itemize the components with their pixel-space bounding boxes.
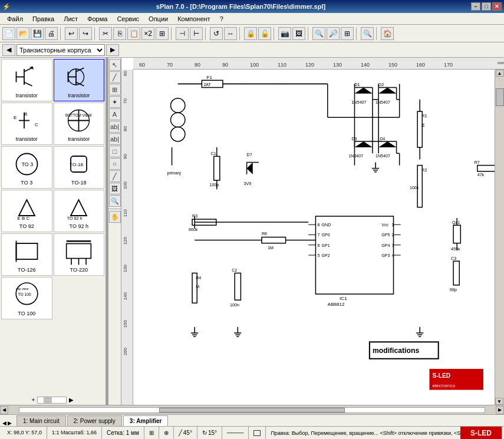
paste2-button[interactable]: ⊞ xyxy=(156,27,169,40)
ruler-top-mark-90: 90 xyxy=(222,62,228,68)
svg-text:TO 92 h: TO 92 h xyxy=(67,216,83,221)
align-left-button[interactable]: ⊣ xyxy=(176,27,189,40)
menu-item-компонент[interactable]: Компонент xyxy=(173,14,215,24)
text2-tool[interactable]: ab| xyxy=(109,133,121,145)
zoom-in-button[interactable]: 🔍 xyxy=(312,27,325,40)
component-item-to126[interactable]: TO-126TO-126 xyxy=(1,233,52,276)
minimize-button[interactable]: − xyxy=(471,2,480,11)
component-item-to18[interactable]: TO-18TO-18 xyxy=(54,146,105,189)
tab-amplifier[interactable]: 3: Amplifier xyxy=(123,415,169,426)
panel-nav-next[interactable]: ▶ xyxy=(69,397,74,404)
tab-nav-right[interactable]: ▶ xyxy=(8,420,12,426)
scrollbar-track[interactable] xyxy=(19,407,485,413)
close-button[interactable]: ✕ xyxy=(492,2,502,11)
scrollbar-thumb[interactable] xyxy=(159,408,345,412)
svg-text:68p: 68p xyxy=(450,288,457,292)
screenshot-button[interactable]: 📷 xyxy=(278,27,291,40)
text-tool[interactable]: ab| xyxy=(109,121,121,133)
component-category-dropdown[interactable]: Транзисторные корпуса Диоды Конденсаторы… xyxy=(17,44,105,56)
line-tool[interactable]: ╱ xyxy=(109,170,121,182)
tab-power-supply[interactable]: 2: Power supply xyxy=(67,415,122,426)
undo-button[interactable]: ↩ xyxy=(65,27,78,40)
menu-item-файл[interactable]: Файл xyxy=(2,14,28,24)
zoom-fit-button[interactable]: ⊞ xyxy=(341,27,354,40)
component-item-transistor1[interactable]: transistor xyxy=(1,59,52,101)
svg-text:electronics: electronics xyxy=(433,383,456,388)
comp-nav-left[interactable]: ◀ xyxy=(2,44,15,56)
component-item-transistor2[interactable]: transistor xyxy=(54,59,105,101)
component-item-transistor4[interactable]: BOTTOM VIEWtransistor xyxy=(54,103,105,145)
schematic-canvas[interactable]: F1 2AT D1 1N5407 D2 1N5 xyxy=(133,70,504,405)
tab-nav-left[interactable]: ◀ xyxy=(2,420,6,426)
zoom-tool[interactable]: 🔍 xyxy=(109,195,121,207)
scroll-up-button[interactable]: ▲ xyxy=(496,70,504,77)
find-button[interactable]: 🔍 xyxy=(361,27,374,40)
component-item-to220[interactable]: TO-220 xyxy=(54,233,105,276)
zoom-out-button[interactable]: 🔎 xyxy=(327,27,340,40)
select-tool[interactable]: ↖ xyxy=(109,59,121,71)
component-label-to100: TO 100 xyxy=(18,311,35,316)
paste-button[interactable]: 📋 xyxy=(127,27,140,40)
cut-button[interactable]: ✂ xyxy=(99,27,112,40)
tabs-bar: ◀ ▶ 1: Main circuit 2: Power supply 3: A… xyxy=(0,414,504,426)
copy-img-button[interactable]: 🖼 xyxy=(292,27,305,40)
svg-text:AB8812: AB8812 xyxy=(328,302,345,307)
svg-text:IC1: IC1 xyxy=(340,296,347,301)
component-label-to126: TO-126 xyxy=(18,267,35,273)
image-tool[interactable]: 🖼 xyxy=(109,183,121,194)
menu-item-сервис[interactable]: Сервис xyxy=(112,14,144,24)
component-icon-transistor3: EBC xyxy=(9,105,44,135)
svg-text:GND: GND xyxy=(322,223,331,227)
component-item-to92[interactable]: E B CTO 92 xyxy=(1,190,52,232)
label-tool[interactable]: A xyxy=(109,108,121,120)
open-button[interactable]: 📂 xyxy=(17,27,29,40)
menu-item-правка[interactable]: Правка xyxy=(28,14,59,24)
scroll-down-button[interactable]: ▼ xyxy=(495,398,503,405)
canvas-area[interactable]: мм 60708090100110120130140150160170 6070… xyxy=(121,58,504,405)
bus-tool[interactable]: ⊞ xyxy=(109,84,121,95)
rect-tool[interactable]: □ xyxy=(109,146,121,157)
scroll-thumb[interactable] xyxy=(496,88,504,106)
print-button[interactable]: 🖨 xyxy=(45,27,58,40)
redo-button[interactable]: ↪ xyxy=(79,27,92,40)
tab-main-circuit[interactable]: 1: Main circuit xyxy=(17,415,66,426)
duplicate-button[interactable]: ×2 xyxy=(141,27,154,40)
unlock-button[interactable]: 🔓 xyxy=(258,27,271,40)
menu-item-лист[interactable]: Лист xyxy=(59,14,83,24)
ruler-top-mark-70: 70 xyxy=(167,62,173,68)
component-item-to92h[interactable]: TO 92 hTO 92 h xyxy=(54,190,105,232)
vertical-scrollbar[interactable]: ▲ ▼ xyxy=(495,70,504,405)
circle-tool[interactable]: ○ xyxy=(109,158,121,170)
menu-item-?[interactable]: ? xyxy=(215,14,228,24)
component-icon-to126: TO-126 xyxy=(9,236,44,266)
component-item-transistor3[interactable]: EBCtransistor xyxy=(1,103,52,145)
rotate-button[interactable]: ↺ xyxy=(210,27,223,40)
panel-nav-prev[interactable]: + xyxy=(32,397,35,404)
scroll-left-button[interactable]: ◀ xyxy=(0,406,8,414)
save-button[interactable]: 💾 xyxy=(31,27,44,40)
menu-item-форма[interactable]: Форма xyxy=(83,14,112,24)
comp-nav-right[interactable]: ▶ xyxy=(106,44,119,56)
fill-section xyxy=(249,427,266,439)
ruler-left-mark-140: 140 xyxy=(123,292,128,300)
new-button[interactable]: 📄 xyxy=(2,27,15,40)
panel-scroll[interactable] xyxy=(37,397,67,404)
svg-text:8: 8 xyxy=(317,223,319,227)
wire-tool[interactable]: ╱ xyxy=(109,71,121,83)
lock-button[interactable]: 🔒 xyxy=(244,27,257,40)
home-button[interactable]: 🏠 xyxy=(381,27,394,40)
junction-tool[interactable]: ✦ xyxy=(109,96,121,108)
horizontal-scrollbar: ◀ ▶ xyxy=(0,405,504,414)
scroll-right-button[interactable]: ▶ xyxy=(496,406,504,414)
svg-text:GP2: GP2 xyxy=(322,253,330,258)
copy-button[interactable]: ⎘ xyxy=(113,27,126,40)
maximize-button[interactable]: □ xyxy=(482,2,491,11)
component-item-to100[interactable]: TO 100top viewTO 100 xyxy=(1,277,52,319)
svg-text:47k: 47k xyxy=(477,173,485,177)
component-item-to3[interactable]: TO 3TO 3 xyxy=(1,146,52,189)
menu-item-опции[interactable]: Опции xyxy=(144,14,173,24)
flip-button[interactable]: ↔ xyxy=(224,27,237,40)
align-right-button[interactable]: ⊢ xyxy=(190,27,203,40)
hand-tool[interactable]: ✋ xyxy=(109,211,121,223)
svg-text:C: C xyxy=(35,121,38,127)
